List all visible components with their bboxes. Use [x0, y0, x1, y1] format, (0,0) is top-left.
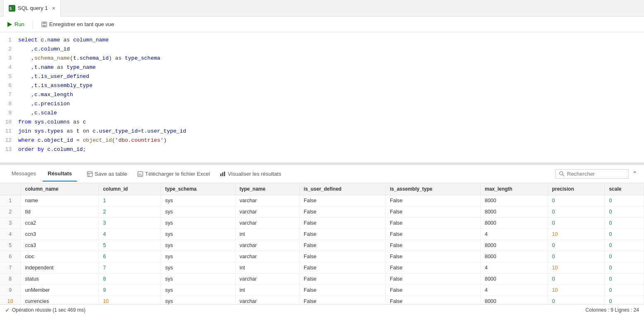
cell-scale: 0 [605, 218, 644, 229]
collapse-button[interactable]: ⌃ [632, 170, 637, 178]
cell-is_assembly_type: False [386, 296, 481, 305]
search-box[interactable] [555, 169, 629, 179]
code-lines[interactable]: select c.name as column_name ,c.column_i… [17, 36, 644, 154]
cell-num: 1 [0, 195, 21, 206]
sql-query-tab[interactable]: S SQL query 1 × [3, 0, 61, 17]
svg-text:S: S [10, 7, 12, 11]
tab-label: SQL query 1 [18, 5, 48, 11]
table-icon [87, 171, 93, 177]
results-area: Messages Résultats Save as table XL Télé… [0, 165, 644, 304]
cell-precision: 10 [548, 262, 605, 274]
visualize-label: Visualiser les résultats [228, 171, 281, 177]
svg-rect-11 [220, 174, 221, 176]
cell-max_length: 4 [481, 285, 548, 296]
svg-rect-4 [43, 22, 46, 24]
cell-column_name: cioc [21, 251, 99, 262]
tab-close-button[interactable]: × [52, 5, 55, 12]
cell-max_length: 4 [481, 229, 548, 240]
table-row: 9unMember9sysintFalseFalse4100 [0, 285, 644, 296]
cell-max_length: 8000 [481, 240, 548, 251]
svg-rect-12 [222, 172, 223, 176]
cell-is_assembly_type: False [386, 206, 481, 218]
status-stats: Colonnes : 9 Lignes : 24 [586, 307, 639, 313]
table-row: 8status8sysvarcharFalseFalse800000 [0, 274, 644, 285]
toolbar: Run Enregistrer en tant que vue [0, 17, 644, 32]
download-excel-button[interactable]: XL Télécharger le fichier Excel [136, 170, 212, 178]
cell-precision: 0 [548, 240, 605, 251]
cell-num: 6 [0, 251, 21, 262]
cell-is_assembly_type: False [386, 195, 481, 206]
save-as-table-button[interactable]: Save as table [85, 170, 129, 178]
status-bar: ✓ Opération réussie (1 sec 469 ms) Colon… [0, 304, 644, 315]
svg-point-14 [560, 172, 563, 175]
cell-max_length: 4 [481, 262, 548, 274]
cell-column_name: unMember [21, 285, 99, 296]
line-numbers: 12345678910111213 [0, 36, 17, 154]
cell-column_name: status [21, 274, 99, 285]
cell-column_name: tld [21, 206, 99, 218]
visualize-button[interactable]: Visualiser les résultats [218, 170, 283, 178]
cell-scale: 0 [605, 229, 644, 240]
code-line-4: ,t.name as type_name [18, 63, 644, 72]
cell-column_name: ccn3 [21, 229, 99, 240]
cell-max_length: 8000 [481, 218, 548, 229]
cell-is_user_defined: False [299, 218, 385, 229]
cell-scale: 0 [605, 285, 644, 296]
cell-precision: 10 [548, 229, 605, 240]
col-header-is_user_defined: is_user_defined [299, 183, 385, 195]
code-editor[interactable]: 12345678910111213 select c.name as colum… [0, 32, 644, 158]
results-table-container[interactable]: column_namecolumn_idtype_schematype_name… [0, 183, 644, 304]
cell-type_schema: sys [161, 274, 235, 285]
cell-is_user_defined: False [299, 274, 385, 285]
save-view-icon [41, 22, 47, 27]
sql-icon: S [9, 5, 15, 12]
cell-is_user_defined: False [299, 285, 385, 296]
toolbar-separator [33, 20, 33, 29]
run-icon [7, 22, 12, 27]
cell-type_schema: sys [161, 251, 235, 262]
cell-is_user_defined: False [299, 240, 385, 251]
excel-icon: XL [137, 171, 143, 177]
save-view-button[interactable]: Enregistrer en tant que vue [40, 20, 116, 28]
run-button[interactable]: Run [5, 20, 26, 28]
download-excel-label: Télécharger le fichier Excel [145, 171, 210, 177]
cell-is_user_defined: False [299, 296, 385, 305]
cell-type_name: varchar [235, 195, 299, 206]
cell-precision: 0 [548, 218, 605, 229]
tab-messages[interactable]: Messages [7, 166, 41, 182]
code-line-6: ,t.is_assembly_type [18, 81, 644, 90]
editor-area[interactable]: 12345678910111213 select c.name as colum… [0, 32, 644, 163]
cell-is_assembly_type: False [386, 240, 481, 251]
cell-scale: 0 [605, 296, 644, 305]
cell-is_user_defined: False [299, 195, 385, 206]
code-line-7: ,c.max_length [18, 90, 644, 99]
cell-type_schema: sys [161, 240, 235, 251]
table-row: 6cioc6sysvarcharFalseFalse800000 [0, 251, 644, 262]
cell-num: 5 [0, 240, 21, 251]
cell-column_id: 8 [99, 274, 161, 285]
cell-is_assembly_type: False [386, 285, 481, 296]
table-row: 3cca23sysvarcharFalseFalse800000 [0, 218, 644, 229]
cell-is_user_defined: False [299, 206, 385, 218]
svg-rect-13 [224, 172, 225, 176]
tab-resultats[interactable]: Résultats [43, 166, 77, 182]
code-line-12: where c.object_id = object_id('dbo.count… [18, 136, 644, 145]
col-header-column_id: column_id [99, 183, 161, 195]
cell-num: 4 [0, 229, 21, 240]
cell-column_id: 10 [99, 296, 161, 305]
cell-column_name: cca2 [21, 218, 99, 229]
code-line-3: ,schema_name(t.schema_id) as type_schema [18, 54, 644, 63]
cell-type_name: int [235, 285, 299, 296]
svg-line-15 [562, 174, 564, 176]
success-icon: ✓ [5, 307, 10, 313]
col-header-precision: precision [548, 183, 605, 195]
cell-precision: 0 [548, 274, 605, 285]
cell-max_length: 8000 [481, 195, 548, 206]
cell-scale: 0 [605, 274, 644, 285]
table-row: 7independent7sysintFalseFalse4100 [0, 262, 644, 274]
cell-type_schema: sys [161, 229, 235, 240]
table-row: 4ccn34sysintFalseFalse4100 [0, 229, 644, 240]
chart-icon [220, 171, 226, 177]
cell-precision: 0 [548, 195, 605, 206]
search-input[interactable] [567, 171, 625, 177]
